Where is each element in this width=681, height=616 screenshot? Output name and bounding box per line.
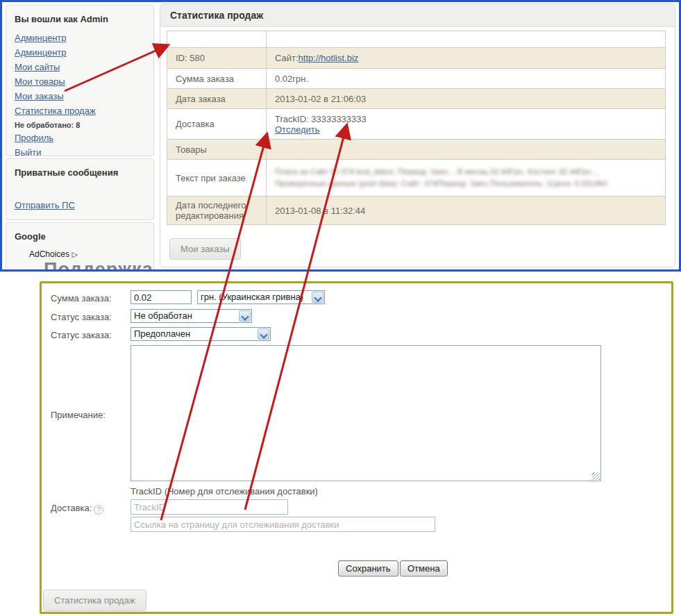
sidebar-item-my-orders[interactable]: Мои заказы [6, 89, 153, 103]
site-cell: Сайт:http://hotlist.biz [267, 48, 666, 69]
sidebar-item-my-products[interactable]: Мои товары [6, 74, 153, 89]
status1-label: Статус заказа: [51, 312, 112, 322]
products-label-cell: Товары [167, 140, 267, 160]
order-details-table: ID: 580 Сайт:http://hotlist.biz Сумма за… [167, 31, 666, 225]
amount-value-cell: 0.02грн. [267, 69, 666, 89]
note-textarea[interactable] [131, 345, 601, 481]
site-label: Сайт: [275, 53, 299, 63]
table-row: Дата заказа 2013-01-02 в 21:06:03 [167, 89, 666, 109]
delivery-value-cell: TrackID: 33333333333 Отследить [267, 109, 666, 140]
amount-input[interactable] [131, 290, 192, 304]
order-date-value-cell: 2013-01-02 в 21:06:03 [267, 89, 666, 109]
adchoices-icon: ▷ [72, 250, 77, 258]
order-text-value-cell: Плата за Сайт ID 374 kod_dakor, Период: … [267, 160, 666, 197]
my-orders-button[interactable]: Мои заказы [169, 238, 241, 260]
table-row: Сумма заказа 0.02грн. [167, 69, 666, 89]
products-value-cell [267, 140, 666, 160]
trackid-value: TrackID: 33333333333 [275, 114, 659, 124]
site-link[interactable]: http://hotlist.biz [299, 53, 359, 63]
unprocessed-count: Не обработано: 8 [6, 118, 153, 131]
account-box: Вы вошли как Admin Админцентр Админцентр… [6, 5, 154, 156]
trackid-input[interactable] [131, 499, 288, 515]
status2-label: Статус заказа: [51, 330, 112, 340]
table-row: Доставка TrackID: 33333333333 Отследить [167, 109, 666, 140]
sales-stats-panel: Статистика продаж ID: 580 Сайт:http://ho… [160, 3, 675, 267]
panel-title: Статистика продаж [160, 4, 675, 27]
adchoices-label: AdChoices [29, 249, 69, 259]
amount-label-cell: Сумма заказа [167, 69, 267, 89]
sidebar-item-admincenter-1[interactable]: Админцентр [6, 31, 153, 45]
page: Вы вошли как Admin Админцентр Админцентр… [0, 0, 681, 616]
status2-select[interactable]: Предоплачен [131, 327, 271, 341]
help-icon[interactable]: ? [94, 505, 103, 515]
ads-box-title: Google [6, 223, 153, 242]
trackid-caption: TrackID (Номер для отслеживания доставки… [131, 486, 318, 497]
sidebar-item-my-sites[interactable]: Мои сайты [6, 60, 153, 74]
sidebar-item-sales-stats[interactable]: Статистика продаж [6, 103, 153, 118]
pm-box-title: Приватные сообщения [6, 159, 153, 178]
blurred-order-text-line1: Плата за Сайт ID 374 kod_dakor, Период: … [275, 166, 659, 178]
edit-date-value-cell: 2013-01-08 в 11:32:44 [267, 197, 666, 225]
table-row [167, 31, 666, 48]
empty-value-cell [267, 31, 666, 48]
clipped-support-heading: Поддержка [44, 259, 153, 272]
delivery-label-cell: Доставка [167, 109, 267, 140]
sales-stats-button[interactable]: Статистика продаж [43, 590, 146, 611]
track-url-input[interactable] [131, 517, 435, 532]
table-row: ID: 580 Сайт:http://hotlist.biz [167, 48, 666, 69]
chevron-down-icon[interactable] [239, 310, 251, 322]
track-link[interactable]: Отследить [275, 124, 320, 135]
status1-selected-value: Не обработан [134, 310, 192, 321]
account-box-title: Вы вошли как Admin [6, 6, 153, 24]
status1-select[interactable]: Не обработан [131, 309, 252, 323]
cancel-button[interactable]: Отмена [400, 560, 448, 576]
resize-handle[interactable] [592, 472, 600, 480]
private-messages-box: Приватные сообщения Отправить ПС [6, 158, 154, 220]
table-row: Дата последнего редактирования 2013-01-0… [167, 197, 666, 225]
empty-label-cell [167, 31, 267, 48]
currency-select[interactable]: грн. (Украинская гривна) [197, 290, 325, 304]
sidebar-item-profile[interactable]: Профиль [6, 131, 153, 145]
delivery-label-text: Доставка: [51, 503, 92, 513]
adchoices-link[interactable]: AdChoices ▷ [29, 249, 78, 259]
blurred-order-text-line2: Проверенные данные (post data): Сайт: 37… [275, 178, 659, 190]
order-text-label-cell: Текст при заказе [167, 160, 267, 197]
currency-selected-value: грн. (Украинская гривна) [201, 292, 303, 302]
send-pm-link[interactable]: Отправить ПС [6, 198, 75, 213]
note-label: Примечание: [51, 410, 106, 420]
order-edit-form: Сумма заказа: грн. (Украинская гривна) С… [40, 281, 673, 614]
table-row: Текст при заказе Плата за Сайт ID 374 ko… [167, 160, 666, 197]
sidebar-item-logout[interactable]: Выйти [6, 145, 153, 156]
chevron-down-icon[interactable] [258, 328, 269, 340]
delivery-label: Доставка:? [51, 503, 103, 515]
chevron-down-icon[interactable] [312, 292, 323, 303]
amount-label: Сумма заказа: [51, 293, 112, 303]
table-row: Товары [167, 140, 666, 160]
sidebar-item-admincenter-2[interactable]: Админцентр [6, 45, 153, 60]
admin-overview-panel: Вы вошли как Admin Админцентр Админцентр… [0, 0, 681, 272]
edit-date-label-cell: Дата последнего редактирования [167, 197, 267, 225]
order-date-label-cell: Дата заказа [167, 89, 267, 109]
status2-selected-value: Предоплачен [134, 328, 190, 339]
save-button[interactable]: Сохранить [338, 560, 398, 576]
order-id-cell: ID: 580 [167, 48, 267, 69]
